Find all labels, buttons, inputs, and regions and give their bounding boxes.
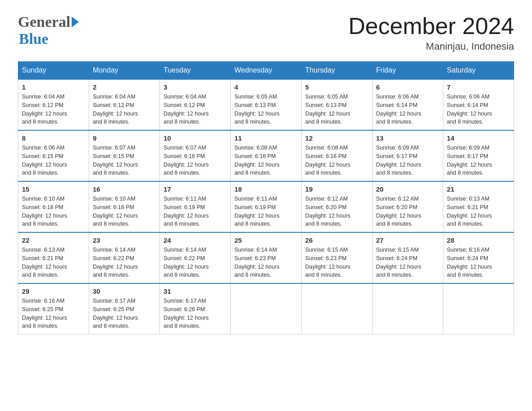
day-info: Sunrise: 6:11 AMSunset: 6:19 PMDaylight:… [234,195,297,228]
day-number: 12 [305,134,369,142]
day-info: Sunrise: 6:11 AMSunset: 6:19 PMDaylight:… [163,195,227,228]
day-number: 14 [447,134,510,142]
calendar-cell [372,283,443,334]
day-number: 16 [93,185,156,193]
calendar-cell: 7Sunrise: 6:06 AMSunset: 6:14 PMDaylight… [443,79,514,130]
day-info: Sunrise: 6:17 AMSunset: 6:26 PMDaylight:… [163,297,227,330]
location: Maninjau, Indonesia [348,41,514,52]
day-number: 29 [22,287,85,295]
day-of-week-header: Sunday [18,62,89,80]
calendar-week-row: 15Sunrise: 6:10 AMSunset: 6:18 PMDayligh… [18,181,514,232]
day-info: Sunrise: 6:15 AMSunset: 6:23 PMDaylight:… [305,246,369,279]
day-number: 20 [376,185,439,193]
calendar-cell: 26Sunrise: 6:15 AMSunset: 6:23 PMDayligh… [301,232,372,283]
day-info: Sunrise: 6:13 AMSunset: 6:21 PMDaylight:… [447,195,510,228]
calendar-cell [231,283,301,334]
calendar-cell: 14Sunrise: 6:09 AMSunset: 6:17 PMDayligh… [443,130,514,181]
calendar-cell: 19Sunrise: 6:12 AMSunset: 6:20 PMDayligh… [301,181,372,232]
day-info: Sunrise: 6:06 AMSunset: 6:15 PMDaylight:… [22,144,85,177]
day-number: 5 [305,83,369,91]
calendar-cell: 20Sunrise: 6:12 AMSunset: 6:20 PMDayligh… [372,181,443,232]
calendar-cell [301,283,372,334]
calendar-cell: 22Sunrise: 6:13 AMSunset: 6:21 PMDayligh… [18,232,89,283]
day-number: 26 [305,236,369,244]
day-info: Sunrise: 6:09 AMSunset: 6:17 PMDaylight:… [447,144,510,177]
day-number: 30 [93,287,156,295]
day-number: 11 [234,134,297,142]
calendar-cell: 8Sunrise: 6:06 AMSunset: 6:15 PMDaylight… [18,130,89,181]
day-of-week-header: Saturday [443,62,514,80]
calendar-week-row: 8Sunrise: 6:06 AMSunset: 6:15 PMDaylight… [18,130,514,181]
calendar-cell: 23Sunrise: 6:14 AMSunset: 6:22 PMDayligh… [89,232,160,283]
day-info: Sunrise: 6:08 AMSunset: 6:16 PMDaylight:… [305,144,369,177]
day-number: 17 [163,185,227,193]
day-info: Sunrise: 6:08 AMSunset: 6:16 PMDaylight:… [234,144,297,177]
day-number: 2 [93,83,156,91]
day-info: Sunrise: 6:12 AMSunset: 6:20 PMDaylight:… [305,195,369,228]
day-of-week-header: Friday [372,62,443,80]
calendar-cell: 21Sunrise: 6:13 AMSunset: 6:21 PMDayligh… [443,181,514,232]
day-number: 4 [234,83,297,91]
logo: General Blue [18,13,80,47]
calendar-cell [443,283,514,334]
day-info: Sunrise: 6:09 AMSunset: 6:17 PMDaylight:… [376,144,439,177]
day-number: 13 [376,134,439,142]
day-number: 28 [447,236,510,244]
day-of-week-header: Tuesday [160,62,231,80]
day-info: Sunrise: 6:10 AMSunset: 6:18 PMDaylight:… [22,195,85,228]
calendar-week-row: 29Sunrise: 6:16 AMSunset: 6:25 PMDayligh… [18,283,514,334]
logo-general-text: General [18,13,70,30]
page-header: General Blue December 2024 Maninjau, Ind… [18,13,514,52]
day-info: Sunrise: 6:16 AMSunset: 6:24 PMDaylight:… [447,246,510,279]
day-info: Sunrise: 6:14 AMSunset: 6:23 PMDaylight:… [234,246,297,279]
calendar-cell: 9Sunrise: 6:07 AMSunset: 6:15 PMDaylight… [89,130,160,181]
calendar-cell: 18Sunrise: 6:11 AMSunset: 6:19 PMDayligh… [231,181,301,232]
day-info: Sunrise: 6:10 AMSunset: 6:18 PMDaylight:… [93,195,156,228]
day-number: 15 [22,185,85,193]
day-of-week-header: Thursday [301,62,372,80]
day-info: Sunrise: 6:04 AMSunset: 6:12 PMDaylight:… [22,93,85,126]
calendar-header-row: SundayMondayTuesdayWednesdayThursdayFrid… [18,62,514,80]
day-info: Sunrise: 6:04 AMSunset: 6:12 PMDaylight:… [93,93,156,126]
day-number: 8 [22,134,85,142]
calendar-cell: 10Sunrise: 6:07 AMSunset: 6:16 PMDayligh… [160,130,231,181]
day-number: 22 [22,236,85,244]
day-of-week-header: Wednesday [231,62,301,80]
day-number: 21 [447,185,510,193]
day-info: Sunrise: 6:15 AMSunset: 6:24 PMDaylight:… [376,246,439,279]
logo-arrow-icon [72,17,79,27]
day-number: 25 [234,236,297,244]
day-info: Sunrise: 6:05 AMSunset: 6:13 PMDaylight:… [305,93,369,126]
calendar-cell: 27Sunrise: 6:15 AMSunset: 6:24 PMDayligh… [372,232,443,283]
calendar-cell: 1Sunrise: 6:04 AMSunset: 6:12 PMDaylight… [18,79,89,130]
day-number: 24 [163,236,227,244]
calendar-cell: 2Sunrise: 6:04 AMSunset: 6:12 PMDaylight… [89,79,160,130]
day-number: 19 [305,185,369,193]
calendar-cell: 12Sunrise: 6:08 AMSunset: 6:16 PMDayligh… [301,130,372,181]
month-title: December 2024 [348,13,514,39]
calendar-cell: 4Sunrise: 6:05 AMSunset: 6:13 PMDaylight… [231,79,301,130]
calendar-cell: 6Sunrise: 6:06 AMSunset: 6:14 PMDaylight… [372,79,443,130]
day-number: 1 [22,83,85,91]
day-info: Sunrise: 6:14 AMSunset: 6:22 PMDaylight:… [163,246,227,279]
calendar-cell: 15Sunrise: 6:10 AMSunset: 6:18 PMDayligh… [18,181,89,232]
day-of-week-header: Monday [89,62,160,80]
day-number: 27 [376,236,439,244]
day-number: 23 [93,236,156,244]
day-info: Sunrise: 6:06 AMSunset: 6:14 PMDaylight:… [447,93,510,126]
calendar-cell: 31Sunrise: 6:17 AMSunset: 6:26 PMDayligh… [160,283,231,334]
logo-blue-text: Blue [18,30,48,47]
calendar-cell: 25Sunrise: 6:14 AMSunset: 6:23 PMDayligh… [231,232,301,283]
day-number: 7 [447,83,510,91]
calendar-cell: 11Sunrise: 6:08 AMSunset: 6:16 PMDayligh… [231,130,301,181]
calendar-cell: 3Sunrise: 6:04 AMSunset: 6:12 PMDaylight… [160,79,231,130]
day-info: Sunrise: 6:06 AMSunset: 6:14 PMDaylight:… [376,93,439,126]
calendar-cell: 5Sunrise: 6:05 AMSunset: 6:13 PMDaylight… [301,79,372,130]
day-number: 9 [93,134,156,142]
calendar-cell: 13Sunrise: 6:09 AMSunset: 6:17 PMDayligh… [372,130,443,181]
calendar-cell: 30Sunrise: 6:17 AMSunset: 6:25 PMDayligh… [89,283,160,334]
day-info: Sunrise: 6:14 AMSunset: 6:22 PMDaylight:… [93,246,156,279]
day-number: 3 [163,83,227,91]
calendar-week-row: 1Sunrise: 6:04 AMSunset: 6:12 PMDaylight… [18,79,514,130]
day-number: 10 [163,134,227,142]
